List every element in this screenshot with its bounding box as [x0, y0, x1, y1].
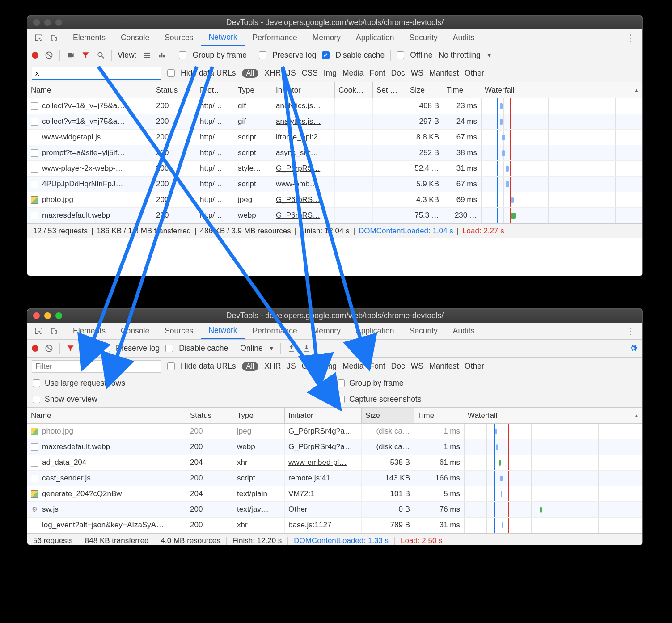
col-status[interactable]: Status	[152, 82, 196, 98]
disable-cache-checkbox[interactable]: ✓	[322, 51, 330, 59]
maximize-icon[interactable]	[55, 19, 62, 26]
chevron-down-icon[interactable]: ▼	[486, 52, 492, 59]
device-mode-icon[interactable]	[49, 327, 59, 335]
col-setcookies[interactable]: Set …	[373, 82, 406, 98]
col-status[interactable]: Status	[186, 408, 233, 423]
table-row[interactable]: maxresdefault.webp200http/…webpG_P6rpRS……	[27, 208, 642, 223]
capture-screenshots-checkbox[interactable]	[337, 396, 345, 403]
inspect-icon[interactable]	[34, 34, 43, 42]
filter-ws[interactable]: WS	[411, 68, 423, 78]
col-name[interactable]: Name	[27, 408, 186, 423]
close-icon[interactable]	[33, 312, 40, 319]
offline-checkbox[interactable]	[397, 51, 404, 59]
col-waterfall[interactable]: Waterfall▲	[464, 408, 642, 423]
filter-font[interactable]: Font	[370, 362, 385, 371]
table-row[interactable]: photo.jpg200jpegG_P6rpRSr4g?a…(disk ca…1…	[27, 424, 642, 439]
table-row[interactable]: www-player-2x-webp-…200http/…style…G_P6r…	[27, 161, 642, 177]
tab-audits[interactable]: Audits	[445, 29, 482, 46]
tab-audits[interactable]: Audits	[445, 323, 482, 339]
disable-cache-checkbox[interactable]	[165, 345, 173, 352]
upload-icon[interactable]	[287, 344, 296, 353]
minimize-icon[interactable]	[44, 19, 51, 26]
col-size[interactable]: Size	[362, 408, 414, 423]
tab-application[interactable]: Application	[348, 323, 402, 339]
download-icon[interactable]	[302, 344, 311, 353]
clear-icon[interactable]	[44, 51, 54, 59]
camera-icon[interactable]	[66, 51, 75, 59]
tab-console[interactable]: Console	[113, 29, 157, 46]
col-time[interactable]: Time	[443, 82, 481, 98]
record-button[interactable]	[32, 345, 38, 352]
filter-js[interactable]: JS	[287, 362, 296, 371]
show-overview-checkbox[interactable]	[33, 396, 40, 403]
col-name[interactable]: Name	[27, 82, 152, 98]
col-protocol[interactable]: Prot…	[196, 82, 234, 98]
filter-all[interactable]: All	[242, 362, 259, 371]
tab-network[interactable]: Network	[201, 323, 245, 339]
hide-data-urls-checkbox[interactable]	[167, 362, 175, 370]
hide-data-urls-checkbox[interactable]	[167, 69, 175, 77]
inspect-icon[interactable]	[34, 327, 43, 335]
table-row[interactable]: www-widgetapi.js200http/…scriptiframe_ap…	[27, 130, 642, 145]
table-row[interactable]: collect?v=1&_v=j75&a…200http/…gifanalyti…	[27, 98, 642, 114]
tab-security[interactable]: Security	[402, 323, 445, 339]
filter-doc[interactable]: Doc	[391, 68, 405, 78]
tab-sources[interactable]: Sources	[157, 323, 201, 339]
col-initiator[interactable]: Initiator	[285, 408, 362, 423]
filter-xhr[interactable]: XHR	[264, 68, 281, 78]
filter-icon[interactable]	[81, 51, 90, 59]
filter-icon[interactable]	[66, 344, 75, 353]
col-time[interactable]: Time	[414, 408, 464, 423]
tab-security[interactable]: Security	[402, 29, 445, 46]
more-icon[interactable]: ⋮	[618, 29, 642, 46]
tab-elements[interactable]: Elements	[65, 323, 113, 339]
chevron-down-icon[interactable]: ▼	[269, 345, 275, 352]
col-type[interactable]: Type	[233, 408, 285, 423]
titlebar[interactable]: DevTools - developers.google.com/web/too…	[27, 16, 642, 29]
overview-icon[interactable]	[157, 51, 167, 59]
search-icon[interactable]	[96, 51, 106, 59]
device-mode-icon[interactable]	[49, 34, 59, 42]
filter-css[interactable]: CSS	[302, 362, 318, 371]
clear-icon[interactable]	[44, 344, 54, 353]
table-row[interactable]: maxresdefault.webp200webpG_P6rpRSr4g?a…(…	[27, 439, 642, 455]
filter-img[interactable]: Img	[324, 68, 337, 78]
tab-performance[interactable]: Performance	[245, 29, 305, 46]
filter-media[interactable]: Media	[342, 68, 364, 78]
throttling-select[interactable]: No throttling	[439, 51, 481, 60]
search-icon[interactable]	[81, 344, 90, 353]
filter-js[interactable]: JS	[287, 68, 296, 78]
group-by-frame-checkbox[interactable]	[179, 51, 186, 59]
filter-input[interactable]	[32, 360, 161, 373]
filter-media[interactable]: Media	[342, 362, 364, 371]
tab-sources[interactable]: Sources	[157, 29, 201, 46]
large-rows-icon[interactable]	[142, 51, 152, 59]
titlebar[interactable]: DevTools - developers.google.com/web/too…	[27, 309, 642, 323]
filter-doc[interactable]: Doc	[391, 362, 405, 371]
maximize-icon[interactable]	[55, 312, 62, 319]
table-row[interactable]: generate_204?cQ2nBw204text/plainVM72:110…	[27, 486, 642, 502]
table-row[interactable]: ⚙sw.js200text/jav…Other0 B76 ms	[27, 502, 642, 518]
filter-input[interactable]	[32, 67, 161, 80]
col-size[interactable]: Size	[406, 82, 443, 98]
filter-other[interactable]: Other	[465, 68, 484, 78]
tab-console[interactable]: Console	[113, 323, 157, 339]
filter-all[interactable]: All	[242, 69, 259, 78]
table-row[interactable]: collect?v=1&_v=j75&a…200http/…gifanalyti…	[27, 114, 642, 130]
filter-css[interactable]: CSS	[302, 68, 318, 78]
table-row[interactable]: 4PUpJpDdHqrNInFpJ…200http/…scriptwww-emb…	[27, 177, 642, 192]
table-row[interactable]: photo.jpg200http/…jpegG_P6rpRS…4.3 KB69 …	[27, 192, 642, 208]
col-cookies[interactable]: Cook…	[335, 82, 373, 98]
throttling-select[interactable]: Online	[240, 344, 263, 353]
filter-other[interactable]: Other	[465, 362, 484, 371]
tab-network[interactable]: Network	[201, 29, 245, 46]
table-row[interactable]: cast_sender.js200scriptremote.js:41143 K…	[27, 471, 642, 486]
tab-memory[interactable]: Memory	[305, 29, 348, 46]
preserve-log-checkbox[interactable]	[102, 345, 110, 352]
filter-font[interactable]: Font	[370, 68, 385, 78]
filter-ws[interactable]: WS	[411, 362, 423, 371]
gear-icon[interactable]	[629, 344, 638, 353]
col-initiator[interactable]: Initiator	[272, 82, 335, 98]
col-waterfall[interactable]: Waterfall▲	[481, 82, 642, 98]
table-row[interactable]: log_event?alt=json&key=AIzaSyA…200xhrbas…	[27, 518, 642, 533]
